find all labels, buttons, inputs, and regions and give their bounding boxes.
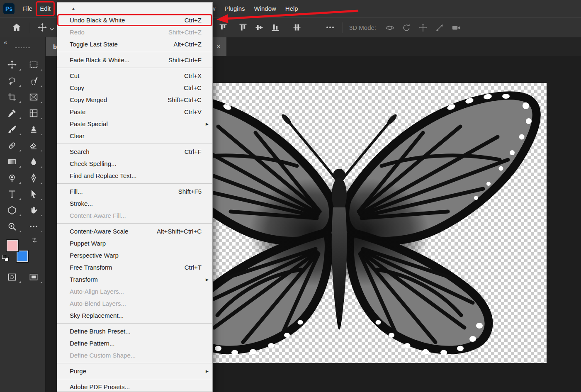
zoom-icon	[7, 222, 17, 231]
dodge-tool[interactable]	[1, 170, 23, 186]
menu-item-copy[interactable]: CopyCtrl+C	[57, 82, 212, 94]
menu-item-undo-black-white[interactable]: Undo Black & WhiteCtrl+Z	[57, 14, 212, 26]
menu-scroll-up[interactable]: ▲	[57, 2, 212, 14]
edit-toolbar-button[interactable]	[23, 218, 44, 234]
menubar-item-plugins[interactable]: Plugins	[220, 2, 249, 15]
type-tool[interactable]	[1, 186, 23, 202]
menu-item-copy-merged[interactable]: Copy MergedShift+Ctrl+C	[57, 94, 212, 106]
menu-item-define-pattern[interactable]: Define Pattern...	[57, 337, 212, 349]
background-color-swatch[interactable]	[17, 251, 28, 262]
default-colors-icon[interactable]	[2, 255, 10, 262]
distribute-height-icon[interactable]	[292, 22, 302, 32]
gradient-tool[interactable]	[1, 153, 23, 170]
menu-item-shortcut: Alt+Ctrl+Z	[165, 41, 202, 48]
menu-item-free-transform[interactable]: Free TransformCtrl+T	[57, 261, 212, 273]
align-top-edges-icon[interactable]	[218, 22, 228, 32]
menu-item-puppet-warp[interactable]: Puppet Warp	[57, 237, 212, 249]
menu-item-define-brush-preset[interactable]: Define Brush Preset...	[57, 325, 212, 337]
menu-item-content-aware-scale[interactable]: Content-Aware ScaleAlt+Shift+Ctrl+C	[57, 225, 212, 237]
menubar-item-help[interactable]: Help	[281, 2, 303, 15]
orbit-3d-icon[interactable]	[385, 23, 395, 33]
swap-colors-icon[interactable]	[31, 236, 38, 244]
path-selection-tool[interactable]	[23, 186, 44, 202]
tool-preset-move-icon[interactable]	[37, 22, 47, 32]
menu-item-find-and-replace-text[interactable]: Find and Replace Text...	[57, 170, 212, 182]
brush-icon	[7, 124, 17, 134]
photoshop-logo[interactable]: Ps	[3, 3, 15, 14]
quick-selection-tool[interactable]	[23, 73, 44, 89]
type-icon	[7, 189, 17, 199]
menu-item-label: Redo	[70, 29, 85, 36]
menu-separator	[57, 68, 212, 68]
rectangular-marquee-tool[interactable]	[23, 56, 44, 73]
distribute-top-icon[interactable]	[238, 22, 248, 32]
menu-item-label: Copy	[70, 84, 84, 91]
menu-separator	[57, 379, 212, 379]
hand-tool[interactable]	[23, 202, 44, 218]
menu-item-purge[interactable]: Purge▶	[57, 365, 212, 377]
menu-item-perspective-warp[interactable]: Perspective Warp	[57, 249, 212, 261]
menu-item-shortcut: Ctrl+Z	[176, 17, 202, 24]
menu-item-auto-align-layers[interactable]: Auto-Align Layers...	[57, 285, 212, 297]
menu-item-sky-replacement[interactable]: Sky Replacement...	[57, 309, 212, 321]
menu-separator	[57, 183, 212, 184]
path-selection-icon	[29, 189, 39, 199]
shape-tool[interactable]	[1, 202, 23, 218]
panel-grip[interactable]	[15, 47, 30, 48]
menu-item-redo[interactable]: RedoShift+Ctrl+Z	[57, 26, 212, 38]
eraser-icon	[29, 141, 39, 151]
eraser-tool[interactable]	[23, 137, 44, 153]
menu-item-paste[interactable]: PasteCtrl+V	[57, 106, 212, 118]
distribute-bottom-icon[interactable]	[270, 22, 280, 32]
menu-item-cut[interactable]: CutCtrl+X	[57, 70, 212, 82]
slice-tool[interactable]	[23, 105, 44, 121]
roll-3d-icon[interactable]	[401, 23, 411, 33]
drag-3d-icon[interactable]	[418, 23, 428, 33]
foreground-color-swatch[interactable]	[7, 240, 18, 251]
brush-tool[interactable]	[1, 121, 23, 137]
slide-3d-icon[interactable]	[435, 23, 445, 33]
menu-item-fade-black-white[interactable]: Fade Black & White...Shift+Ctrl+F	[57, 54, 212, 66]
menu-item-search[interactable]: SearchCtrl+F	[57, 146, 212, 158]
menu-item-shortcut: Ctrl+V	[176, 108, 202, 115]
quick-mask-button[interactable]	[1, 269, 23, 285]
distribute-vertical-center-icon[interactable]	[254, 22, 264, 32]
lasso-tool[interactable]	[1, 73, 23, 89]
healing-brush-tool[interactable]	[1, 137, 23, 153]
menu-item-check-spelling[interactable]: Check Spelling...	[57, 158, 212, 170]
move-tool[interactable]	[1, 56, 23, 73]
menu-item-label: Cut	[70, 72, 79, 79]
menu-item-label: Stroke...	[70, 200, 93, 207]
quick-mask-icon	[7, 272, 17, 282]
menubar-item-window[interactable]: Window	[249, 2, 280, 15]
frame-tool[interactable]	[23, 89, 44, 105]
options-divider	[343, 22, 343, 33]
menu-item-auto-blend-layers[interactable]: Auto-Blend Layers...	[57, 297, 212, 309]
close-tab-icon[interactable]: ×	[216, 43, 221, 51]
home-icon[interactable]	[12, 22, 22, 32]
menubar-item-edit[interactable]: Edit	[37, 2, 53, 15]
zoom-tool[interactable]	[1, 218, 23, 234]
blur-tool[interactable]	[23, 153, 44, 170]
screen-mode-button[interactable]	[23, 269, 44, 285]
menu-item-clear[interactable]: Clear	[57, 130, 212, 142]
menu-item-define-custom-shape[interactable]: Define Custom Shape...	[57, 349, 212, 361]
menu-item-adobe-pdf-presets[interactable]: Adobe PDF Presets...	[57, 381, 212, 392]
crop-tool[interactable]	[1, 89, 23, 105]
camera-3d-icon[interactable]	[451, 23, 461, 33]
clone-stamp-tool[interactable]	[23, 121, 44, 137]
menu-item-content-aware-fill[interactable]: Content-Aware Fill...	[57, 209, 212, 222]
menu-item-transform[interactable]: Transform▶	[57, 273, 212, 285]
chevron-down-icon[interactable]	[48, 25, 55, 32]
scroll-up-icon: ▲	[71, 6, 75, 11]
menu-item-paste-special[interactable]: Paste Special▶	[57, 118, 212, 130]
menu-item-shortcut: Ctrl+F	[176, 148, 202, 155]
collapse-panel-button[interactable]: «	[4, 39, 7, 46]
menubar-item-file[interactable]: File	[18, 2, 37, 15]
menu-item-toggle-last-state[interactable]: Toggle Last StateAlt+Ctrl+Z	[57, 38, 212, 50]
menu-item-stroke[interactable]: Stroke...	[57, 197, 212, 209]
eyedropper-tool[interactable]	[1, 105, 23, 121]
menu-item-fill[interactable]: Fill...Shift+F5	[57, 185, 212, 197]
more-options-icon[interactable]	[325, 22, 335, 32]
pen-tool[interactable]	[23, 170, 44, 186]
